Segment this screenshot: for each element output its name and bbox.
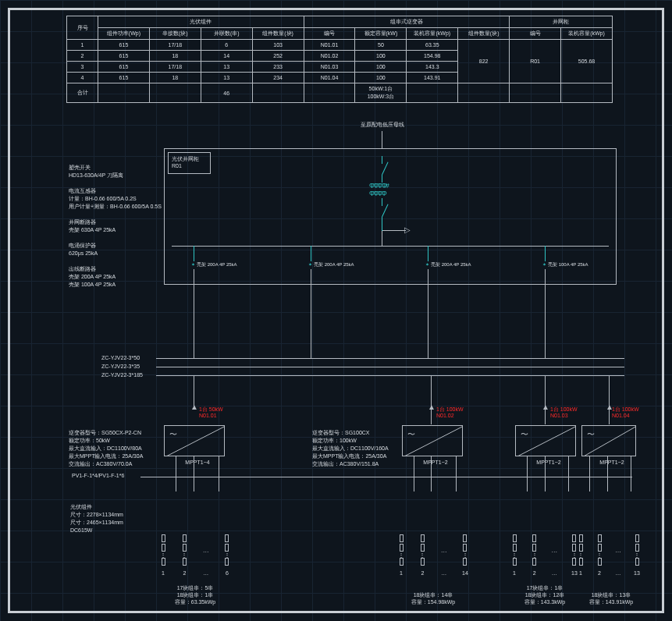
sine-icon: 〜 [587, 429, 595, 440]
grid-cabinet-label: 光伏并网柜 R01 [168, 152, 211, 174]
str-feed [527, 456, 528, 491]
feed-3 [428, 269, 428, 359]
feed-1 [194, 269, 194, 359]
drop [194, 246, 194, 261]
th-grp-module: 光伏组件 [98, 16, 304, 28]
str-feed [176, 456, 176, 491]
main-switch-symbol: ΦΦΦΦ# ΦΦΦΦ [367, 156, 398, 230]
inverter-box-4: 〜 MPPT1~2 [581, 425, 636, 456]
pv-cable-run [140, 477, 632, 477]
th: 串接数(块) [149, 28, 201, 40]
string-set-1: ⋮1 ⋮2 …… ⋮6 [160, 534, 230, 576]
str-feed [456, 456, 457, 491]
str-feed [414, 456, 414, 491]
cab-id: R01 [172, 162, 207, 169]
cab-title: 光伏并网柜 [172, 155, 207, 162]
th: 组件数量(块) [458, 28, 510, 40]
cable-label: ZC-YJV22-3*50 [101, 355, 140, 360]
th: 额定容量(kW) [355, 28, 407, 40]
module-spec: 光伏组件 尺寸：2278×1134mm 尺寸：2465×1134mm DC615… [70, 495, 123, 534]
spd-arrow-icon: ▷ [404, 225, 411, 234]
inv-feed [431, 375, 432, 424]
str-feed [545, 456, 546, 491]
inv-spec-100: 逆变器型号：SG100CX 额定功率：100kW 最大直流输入：DC1100V/… [312, 421, 389, 468]
cable-label: ZC-YJV22-3*185 [101, 372, 143, 378]
string-summary-2: 18块组串：14串 容量：154.98kWp [394, 591, 472, 605]
breaker-1: ✶壳架 200A 4P 25kA [191, 261, 237, 268]
drop [428, 246, 428, 261]
cable-tray [156, 358, 624, 359]
string-set-2: ⋮1 ⋮2 …… ⋮14 [398, 534, 468, 576]
str-feed [568, 456, 569, 491]
inv-feed [545, 375, 546, 424]
breaker-4: ✶壳架 100A 4P 25kA [542, 261, 588, 268]
inverter-box-3: 〜 MPPT1~2 [515, 425, 576, 456]
string-summary-1: 17块组串：5串 18块组串：1串 容量：63.35kWp [156, 584, 234, 605]
cable-label: ZC-YJV22-3*35 [101, 364, 140, 369]
string-set-4: ⋮1 ⋮2 …… ⋮13 [578, 534, 640, 576]
th: 编号 [510, 28, 561, 40]
mppt-label: MPPT1~2 [519, 460, 578, 465]
breaker-2: ✶壳架 200A 4P 25kA [308, 261, 354, 268]
config-table: 序号 光伏组件 组串式逆变器 并网柜 组件功率(Wp) 串接数(块) 并联数(串… [66, 16, 613, 103]
panel-spec: 塑壳开关 HD13-630A/4P 刀隔离 电流互感器 计量：BH-0.66 6… [69, 156, 162, 289]
busbar-drop [382, 131, 382, 148]
feed-2 [311, 269, 311, 359]
arrow-down-icon: ▲ [190, 403, 198, 411]
th: 并联数(串) [201, 28, 252, 40]
arrow-down-icon: ▲ [542, 403, 549, 411]
ct-icon: ΦΦΦΦ [369, 190, 386, 197]
string-set-3: ⋮1 ⋮2 …… ⋮13 [511, 534, 578, 576]
inv-tag-1: 1台 50kW N01.01 [199, 406, 223, 419]
inv-feed [194, 375, 194, 406]
inverter-box-2: 〜 MPPT1~2 [402, 425, 463, 456]
str-feed [194, 456, 194, 491]
inv-tag-2: 1台 100kW N01.02 [436, 406, 464, 419]
pv-cable-label: PV1-F-1*4/PV1-F-1*6 [72, 473, 124, 478]
sine-icon: 〜 [169, 429, 177, 440]
th-grp-inverter: 组串式逆变器 [304, 16, 510, 28]
drop [545, 246, 546, 261]
table-row-total: 合计4650kW:1台 100kW:3台 [67, 83, 613, 103]
str-feed [431, 456, 432, 491]
ct-icon: ΦΦΦΦ# [369, 182, 388, 190]
cable-tray [156, 375, 624, 376]
inverter-box-1: 〜 MPPT1~4 [164, 425, 225, 456]
str-feed [607, 456, 608, 491]
cable-tray [156, 367, 624, 367]
th-seq: 序号 [67, 16, 98, 40]
th: 编号 [304, 28, 355, 40]
th: 组件数量(块) [252, 28, 304, 40]
main-drop [382, 231, 382, 246]
str-feed [631, 456, 631, 491]
inv-spec-50: 逆变器型号：SG50CX-P2-CN 额定功率：50kW 最大直流输入：DC11… [69, 421, 143, 468]
th: 装机容量(kWp) [407, 28, 458, 40]
table-row: 161517/186103N01.015063.35 822 R01 505.6… [67, 40, 613, 51]
inv-tag-3: 1台 100kW N01.03 [550, 406, 578, 419]
sine-icon: 〜 [521, 429, 528, 440]
cabinet-bus [172, 246, 609, 247]
busbar-legend: 至原配电低压母线 [336, 121, 429, 129]
breaker-3: ✶壳架 200A 4P 25kA [425, 261, 471, 268]
inv-feed [609, 375, 610, 424]
drop [311, 246, 311, 261]
str-feed [589, 456, 590, 491]
sine-icon: 〜 [407, 429, 415, 440]
feed-4 [545, 269, 546, 359]
str-feed [219, 456, 219, 491]
string-summary-4: 18块组串：13串 容量：143.91kWp [572, 591, 650, 605]
spd-branch [382, 230, 406, 231]
th: 组件功率(Wp) [98, 28, 150, 40]
arrow-down-icon: ▲ [428, 403, 436, 411]
th: 装机容量(kWp) [561, 28, 613, 40]
th-grp-cabinet: 并网柜 [510, 16, 613, 28]
inv-tag-4: 1台 100kW N01.04 [612, 406, 639, 419]
